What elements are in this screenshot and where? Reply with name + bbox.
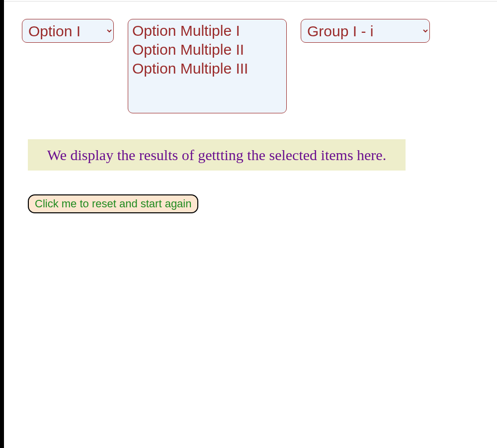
- results-display: We display the results of gettting the s…: [28, 139, 406, 171]
- multiple-select-option[interactable]: Option Multiple II: [132, 40, 282, 59]
- multiple-select[interactable]: Option Multiple I Option Multiple II Opt…: [128, 19, 287, 113]
- selects-row: Option I Option Multiple I Option Multip…: [22, 19, 487, 113]
- multiple-select-option[interactable]: Option Multiple III: [132, 59, 282, 78]
- single-select[interactable]: Option I: [22, 19, 114, 43]
- grouped-select[interactable]: Group I - i: [301, 19, 430, 43]
- left-sidebar-strip: [0, 0, 4, 448]
- main-content: Option I Option Multiple I Option Multip…: [22, 19, 487, 213]
- top-divider: [4, 1, 497, 1]
- multiple-select-option[interactable]: Option Multiple I: [132, 21, 282, 40]
- reset-button[interactable]: Click me to reset and start again: [28, 194, 198, 213]
